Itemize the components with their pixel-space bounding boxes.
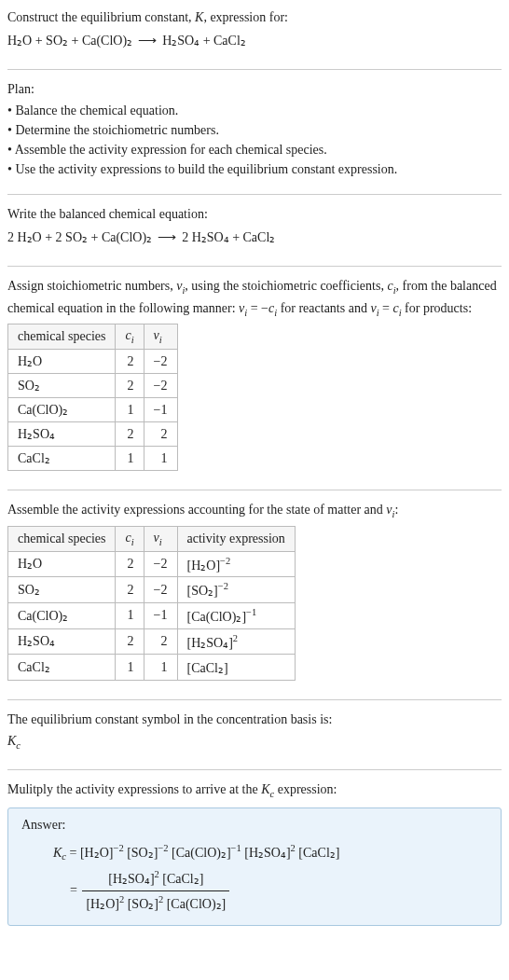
numerator: [H₂SO₄]2 [CaCl₂]: [82, 866, 229, 891]
exp: −2: [113, 843, 123, 853]
text: Assign stoichiometric numbers,: [7, 279, 176, 293]
symbol-text: The equilibrium constant symbol in the c…: [7, 710, 502, 729]
K: K: [53, 846, 62, 860]
cell: −2: [144, 551, 177, 577]
symbol-section: The equilibrium constant symbol in the c…: [7, 710, 502, 761]
divider: [7, 699, 502, 700]
cell: 2: [116, 350, 144, 374]
table-header-row: chemical species ci νi activity expressi…: [8, 526, 296, 551]
eq: =: [66, 846, 80, 860]
plan-section: Plan: • Balance the chemical equation. •…: [7, 79, 502, 185]
K: K: [7, 734, 16, 748]
equation-rhs: H₂SO₄ + CaCl₂: [162, 34, 246, 48]
reaction-arrow-icon: ⟶: [132, 34, 162, 48]
table-row: Ca(ClO)₂1−1: [8, 398, 178, 422]
divider: [7, 194, 502, 195]
intro-section: Construct the equilibrium constant, K, e…: [7, 7, 502, 60]
cell: SO₂: [8, 577, 116, 603]
base: [SO₂]: [128, 897, 158, 911]
table-row: Ca(ClO)₂1−1[Ca(ClO)₂]−1: [8, 602, 296, 628]
cell: Ca(ClO)₂: [8, 602, 116, 628]
cell: −1: [144, 602, 177, 628]
exp: −2: [220, 556, 230, 566]
cell: H₂O: [8, 350, 116, 374]
text: for products:: [402, 301, 472, 315]
col-vi: νi: [144, 324, 177, 350]
exp: −2: [158, 843, 168, 853]
intro-text: Construct the equilibrium constant,: [7, 10, 195, 24]
term: [CaCl₂]: [162, 872, 203, 886]
base: [CaCl₂]: [162, 872, 203, 886]
text: , using the stoichiometric coefficients,: [185, 279, 387, 293]
reaction-arrow-icon: ⟶: [152, 230, 182, 244]
multiply-section: Mulitply the activity expressions to arr…: [7, 780, 502, 932]
cell: [H₂SO₄]2: [177, 628, 295, 655]
stoich-table: chemical species ci νi H₂O2−2 SO₂2−2 Ca(…: [7, 324, 178, 471]
balanced-section: Write the balanced chemical equation: 2 …: [7, 204, 502, 256]
intro-K: K: [195, 10, 203, 24]
cell: [Ca(ClO)₂]−1: [177, 602, 295, 628]
cell: 2: [116, 628, 144, 655]
col-species: chemical species: [8, 526, 116, 551]
intro-line1: Construct the equilibrium constant, K, e…: [7, 7, 502, 27]
fraction: [H₂SO₄]2 [CaCl₂] [H₂O]2 [SO₂]2 [Ca(ClO)₂…: [82, 866, 229, 916]
text: for reactants and: [277, 301, 370, 315]
multiply-text: Mulitply the activity expressions to arr…: [7, 780, 502, 802]
divider: [7, 266, 502, 267]
base: [H₂O]: [187, 558, 221, 572]
term: [H₂SO₄]2: [108, 872, 159, 886]
equation-lhs: 2 H₂O + 2 SO₂ + Ca(ClO)₂: [7, 230, 152, 244]
answer-box: Answer: Kc = [H₂O]−2 [SO₂]−2 [Ca(ClO)₂]−…: [7, 807, 502, 926]
term: [H₂O]−2: [80, 846, 124, 860]
cell: 1: [144, 447, 177, 471]
text: expression:: [274, 782, 337, 796]
exp: 2: [233, 633, 238, 643]
i: i: [159, 537, 162, 547]
col-species: chemical species: [8, 324, 116, 350]
table-row: CaCl₂11[CaCl₂]: [8, 655, 296, 681]
balanced-heading: Write the balanced chemical equation:: [7, 204, 502, 224]
base: [Ca(ClO)₂]: [187, 610, 247, 624]
divider: [7, 69, 502, 70]
text: Assemble the activity expressions accoun…: [7, 503, 386, 517]
table-row: CaCl₂11: [8, 447, 178, 471]
answer-formula-line1: Kc = [H₂O]−2 [SO₂]−2 [Ca(ClO)₂]−1 [H₂SO₄…: [21, 840, 488, 866]
base: [Ca(ClO)₂]: [167, 897, 227, 911]
i: i: [159, 335, 162, 345]
cell: 1: [144, 655, 177, 681]
table-row: H₂SO₄22[H₂SO₄]2: [8, 628, 296, 655]
cell: Ca(ClO)₂: [8, 398, 116, 422]
K: K: [261, 782, 269, 796]
plan-item: • Balance the chemical equation.: [7, 101, 502, 120]
base: [SO₂]: [127, 846, 158, 860]
table-row: H₂O2−2[H₂O]−2: [8, 551, 296, 577]
base: [H₂O]: [86, 897, 119, 911]
base: [H₂SO₄]: [108, 872, 154, 886]
text: = −: [247, 301, 268, 315]
cell: 2: [144, 422, 177, 447]
eq: =: [70, 883, 80, 897]
cell: 1: [116, 602, 144, 628]
cell: −2: [144, 577, 177, 603]
base: [SO₂]: [187, 584, 218, 598]
plan-item: • Determine the stoichiometric numbers.: [7, 120, 502, 140]
plan-item: • Assemble the activity expression for e…: [7, 140, 502, 159]
table-row: H₂O2−2: [8, 350, 178, 374]
term: [H₂O]2: [86, 897, 124, 911]
base: [CaCl₂]: [187, 661, 228, 675]
term: [SO₂]−2: [127, 846, 168, 860]
equation-rhs: 2 H₂SO₄ + CaCl₂: [182, 230, 275, 244]
plan-heading: Plan:: [7, 79, 502, 99]
base: [H₂O]: [80, 846, 114, 860]
text: Mulitply the activity expressions to arr…: [7, 782, 261, 796]
denominator: [H₂O]2 [SO₂]2 [Ca(ClO)₂]: [82, 891, 229, 916]
cell: 1: [116, 655, 144, 681]
activity-text: Assemble the activity expressions accoun…: [7, 500, 502, 522]
cell: H₂SO₄: [8, 422, 116, 447]
cell: SO₂: [8, 374, 116, 398]
col-activity: activity expression: [177, 526, 295, 551]
exp: −2: [218, 581, 228, 591]
exp: −1: [231, 843, 241, 853]
text: =: [379, 301, 393, 315]
base: [Ca(ClO)₂]: [172, 846, 231, 860]
